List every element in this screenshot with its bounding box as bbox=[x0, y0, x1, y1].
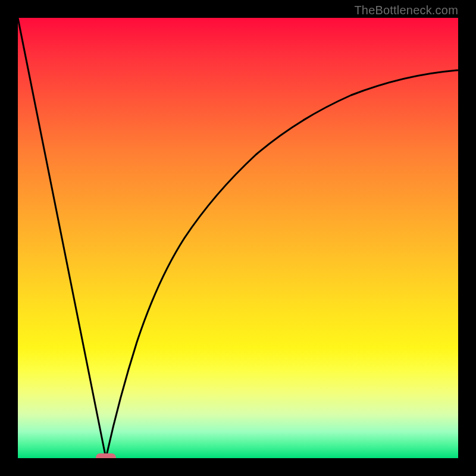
plot-area bbox=[18, 18, 458, 458]
watermark-text: TheBottleneck.com bbox=[354, 4, 458, 17]
curve-left-branch bbox=[18, 18, 106, 458]
curve-right-branch bbox=[106, 70, 458, 458]
minimum-marker bbox=[96, 453, 116, 458]
bottleneck-curve bbox=[18, 18, 458, 458]
chart-frame: TheBottleneck.com bbox=[0, 0, 476, 476]
